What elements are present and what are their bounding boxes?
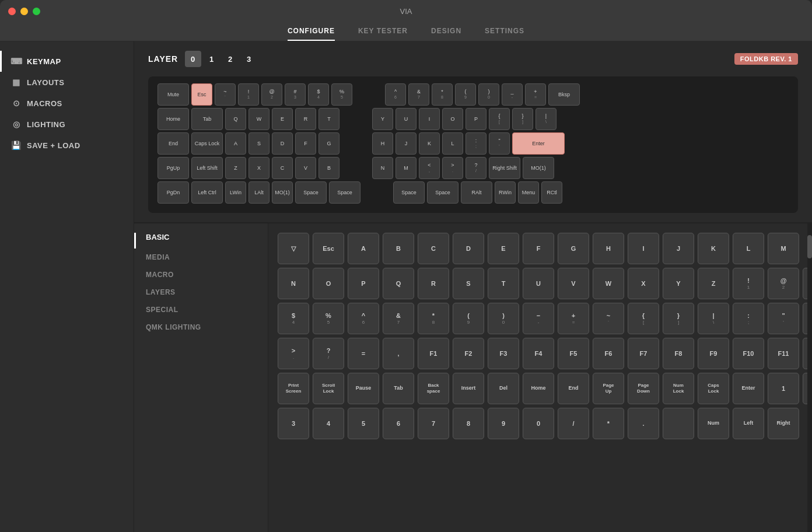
- picker-key-y[interactable]: Y: [663, 268, 694, 299]
- key-f[interactable]: F: [295, 132, 316, 155]
- picker-key-u[interactable]: U: [523, 268, 554, 299]
- picker-key-f[interactable]: F: [523, 233, 554, 264]
- picker-key-z[interactable]: Z: [698, 268, 729, 299]
- sidebar-item-macros[interactable]: ⊙ MACROS: [0, 93, 134, 114]
- picker-key-numdot[interactable]: .: [628, 408, 659, 439]
- key-m[interactable]: M: [396, 157, 416, 179]
- picker-key-backspace[interactable]: Backspace: [418, 373, 449, 404]
- picker-key-f9[interactable]: F9: [698, 338, 729, 369]
- key-8[interactable]: *8: [432, 83, 453, 106]
- picker-key-p[interactable]: P: [348, 268, 379, 299]
- key-x[interactable]: X: [249, 157, 270, 179]
- sidebar-item-special[interactable]: SPECIAL: [134, 301, 268, 318]
- picker-key-pipe[interactable]: |\: [698, 303, 729, 334]
- picker-key-f2[interactable]: F2: [453, 338, 484, 369]
- picker-key-v[interactable]: V: [558, 268, 589, 299]
- key-p[interactable]: P: [466, 108, 487, 130]
- key-7[interactable]: &7: [408, 83, 429, 106]
- key-q[interactable]: Q: [225, 108, 246, 130]
- picker-key-o[interactable]: O: [313, 268, 344, 299]
- picker-key-numslash[interactable]: /: [558, 408, 589, 439]
- key-tilde[interactable]: ~`: [215, 83, 236, 106]
- picker-key-n[interactable]: N: [278, 268, 309, 299]
- picker-key-insert[interactable]: Insert: [453, 373, 484, 404]
- picker-key-numlock[interactable]: NumLock: [663, 373, 694, 404]
- key-slash[interactable]: ?/: [466, 157, 487, 179]
- picker-key-x[interactable]: X: [628, 268, 659, 299]
- key-z[interactable]: Z: [225, 157, 246, 179]
- key-tab[interactable]: Tab: [191, 108, 223, 130]
- picker-key-at[interactable]: @2: [768, 268, 799, 299]
- close-button[interactable]: [8, 8, 16, 15]
- key-i[interactable]: I: [419, 108, 440, 130]
- picker-key-enter[interactable]: Enter: [733, 373, 764, 404]
- key-space-4[interactable]: Space: [427, 181, 459, 204]
- key-t[interactable]: T: [318, 108, 340, 130]
- picker-key-d[interactable]: D: [453, 233, 484, 264]
- key-mute[interactable]: Mute: [158, 83, 189, 106]
- picker-key-capslock[interactable]: CapsLock: [698, 373, 729, 404]
- key-minus[interactable]: _-: [502, 83, 523, 106]
- picker-key-printscreen[interactable]: PrintScreen: [278, 373, 309, 404]
- picker-key-lcurly[interactable]: {[: [628, 303, 659, 334]
- layer-2[interactable]: 2: [222, 51, 239, 67]
- picker-key-w[interactable]: W: [593, 268, 624, 299]
- key-space-3[interactable]: Space: [393, 181, 425, 204]
- picker-key-pagedown[interactable]: PageDown: [628, 373, 659, 404]
- sidebar-item-keymap[interactable]: ⌨ KEYMAP: [0, 51, 134, 72]
- picker-key-b[interactable]: B: [383, 233, 414, 264]
- picker-key-h[interactable]: H: [593, 233, 624, 264]
- key-equals[interactable]: +=: [525, 83, 546, 106]
- picker-key-dash[interactable]: −-: [523, 303, 554, 334]
- picker-key-l[interactable]: L: [733, 233, 764, 264]
- key-quote[interactable]: "': [489, 132, 510, 155]
- key-space-1[interactable]: Space: [295, 181, 327, 204]
- picker-key-f3[interactable]: F3: [488, 338, 519, 369]
- picker-key-pause[interactable]: Pause: [348, 373, 379, 404]
- sidebar-item-save-load[interactable]: 💾 SAVE + LOAD: [0, 135, 134, 156]
- picker-key-dquote[interactable]: "': [768, 303, 799, 334]
- picker-key-plus[interactable]: +=: [558, 303, 589, 334]
- key-o[interactable]: O: [442, 108, 463, 130]
- picker-key-hash[interactable]: #3: [803, 268, 807, 299]
- key-backslash[interactable]: |\: [536, 108, 556, 130]
- key-u[interactable]: U: [396, 108, 416, 130]
- key-esc[interactable]: Esc: [191, 83, 212, 106]
- key-lwin[interactable]: LWin: [225, 181, 246, 204]
- key-period[interactable]: >.: [442, 157, 463, 179]
- key-rshift[interactable]: Right Shift: [489, 157, 520, 179]
- key-3[interactable]: #3: [285, 83, 306, 106]
- layer-3[interactable]: 3: [241, 51, 257, 67]
- key-space-2[interactable]: Space: [329, 181, 360, 204]
- key-capslock[interactable]: Caps Lock: [191, 132, 223, 155]
- key-b[interactable]: B: [318, 157, 340, 179]
- picker-key-q[interactable]: Q: [383, 268, 414, 299]
- key-6[interactable]: ^6: [385, 83, 406, 106]
- key-lshift[interactable]: Left Shift: [191, 157, 223, 179]
- sidebar-item-lighting[interactable]: ◎ LIGHTING: [0, 114, 134, 135]
- key-e[interactable]: E: [272, 108, 293, 130]
- key-menu[interactable]: Menu: [518, 181, 539, 204]
- tab-key-tester[interactable]: KEY TESTER: [358, 27, 408, 41]
- picker-key-f5[interactable]: F5: [558, 338, 589, 369]
- minimize-button[interactable]: [20, 8, 28, 15]
- picker-key-f6[interactable]: F6: [593, 338, 624, 369]
- picker-key-blank[interactable]: [663, 408, 694, 439]
- picker-key-num3[interactable]: 3: [278, 408, 309, 439]
- key-s[interactable]: S: [249, 132, 270, 155]
- picker-key-f7[interactable]: F7: [628, 338, 659, 369]
- picker-key-f4[interactable]: F4: [523, 338, 554, 369]
- key-l[interactable]: L: [442, 132, 463, 155]
- picker-key-f12[interactable]: F12: [803, 338, 807, 369]
- key-comma[interactable]: <,: [419, 157, 440, 179]
- key-k[interactable]: K: [419, 132, 440, 155]
- key-w[interactable]: W: [249, 108, 270, 130]
- key-y[interactable]: Y: [372, 108, 393, 130]
- picker-key-g[interactable]: G: [558, 233, 589, 264]
- key-lalt[interactable]: LAlt: [249, 181, 270, 204]
- key-enter[interactable]: Enter: [512, 132, 565, 155]
- tab-configure[interactable]: CONFIGURE: [288, 27, 335, 41]
- picker-key-num0[interactable]: 0: [523, 408, 554, 439]
- picker-key-num8[interactable]: 8: [453, 408, 484, 439]
- key-mo1-l[interactable]: MO(1): [272, 181, 293, 204]
